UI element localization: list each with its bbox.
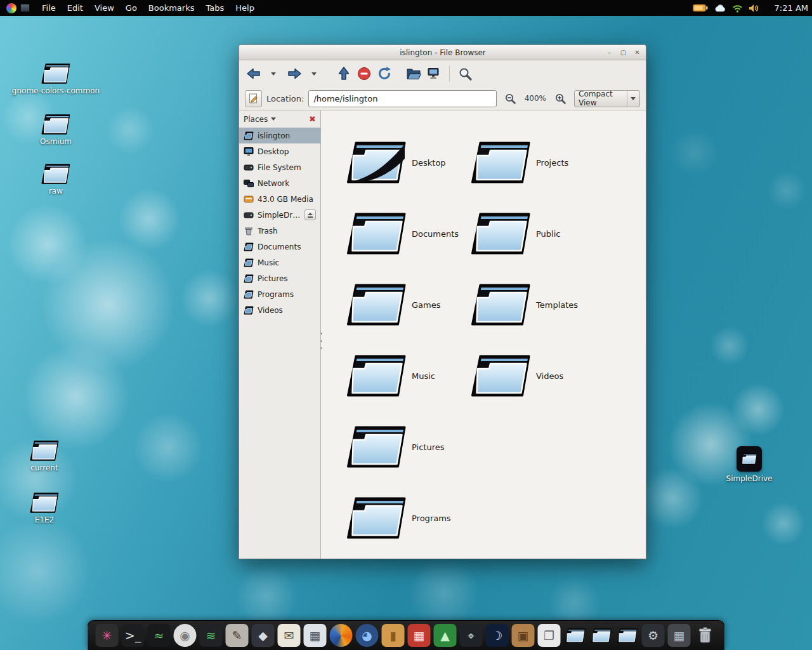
up-button[interactable] [334, 63, 353, 84]
desktop-icon-e1e2[interactable]: E1E2 [0, 488, 92, 524]
menu-go[interactable]: Go [120, 0, 143, 16]
gem-game-icon[interactable]: ▲ [434, 624, 457, 647]
place-network[interactable]: Network [239, 175, 320, 191]
workspace-switcher-icon[interactable]: ▦ [668, 624, 691, 647]
battery-icon[interactable] [693, 4, 708, 12]
zoom-out-button[interactable] [501, 88, 520, 109]
menu-help[interactable]: Help [230, 0, 260, 16]
stop-button[interactable] [355, 63, 374, 84]
place-file-system[interactable]: File System [239, 159, 320, 175]
desktop-icon-current[interactable]: current [0, 435, 92, 472]
eject-button[interactable] [304, 209, 316, 220]
file-games[interactable]: Games [346, 284, 440, 326]
trash-icon[interactable] [694, 624, 717, 647]
place-pictures[interactable]: Pictures [239, 270, 320, 286]
place-simpledrive[interactable]: SimpleDrive [239, 207, 320, 223]
computer-button[interactable] [424, 63, 443, 84]
places-header[interactable]: Places ✖ [239, 110, 320, 128]
documents-reader-icon[interactable]: ❐ [538, 624, 561, 647]
file-programs[interactable]: Programs [346, 497, 451, 539]
wifi-icon[interactable] [732, 4, 743, 13]
terminal-icon[interactable]: >_ [122, 624, 145, 647]
package-manager-icon[interactable]: ▣ [512, 624, 535, 647]
open-folder-button[interactable] [404, 63, 423, 84]
forward-button[interactable] [285, 63, 304, 84]
file-music[interactable]: Music [346, 355, 435, 397]
file-public[interactable]: Public [471, 213, 560, 255]
desktop-icon-raw[interactable]: raw [8, 159, 103, 196]
system-monitor-icon[interactable]: ≈ [148, 624, 171, 647]
place-videos[interactable]: Videos [239, 302, 320, 318]
menu-view[interactable]: View [89, 0, 120, 16]
back-arrow-icon [246, 67, 261, 81]
web-browser-icon[interactable]: ◕ [356, 624, 379, 647]
clock[interactable]: 7:21 AM [775, 3, 808, 13]
media-icon [244, 194, 254, 204]
folder-icon [244, 274, 254, 283]
blocks-game-icon[interactable]: ▦ [408, 624, 431, 647]
toggle-location-entry-button[interactable] [245, 90, 262, 107]
firefox-icon[interactable] [330, 624, 353, 647]
place-islington[interactable]: islington [239, 128, 320, 143]
file-projects[interactable]: Projects [471, 142, 568, 183]
menu-edit[interactable]: Edit [62, 0, 89, 16]
desktop-icon-simpledrive[interactable]: SimpleDrive [702, 446, 797, 483]
place-documents[interactable]: Documents [239, 239, 320, 255]
zoom-in-button[interactable] [551, 88, 570, 109]
dock: ✳>_≈◉≋✎◆✉▦◕▮▦▲⌖☽▣❐ ⚙▦ [88, 620, 725, 650]
file-templates[interactable]: Templates [471, 284, 578, 326]
place-trash[interactable]: Trash [239, 223, 320, 239]
maximize-button[interactable]: ▢ [619, 48, 628, 57]
location-input[interactable] [308, 90, 496, 107]
folder-shortcut-icon[interactable] [590, 624, 613, 647]
desktop-icon-osmium[interactable]: Osmium [8, 109, 103, 146]
menu-bookmarks[interactable]: Bookmarks [143, 0, 200, 16]
menu-tabs[interactable]: Tabs [200, 0, 230, 16]
view-mode-select[interactable]: Compact View [574, 90, 640, 107]
desktop-icon-gnome-colors-common[interactable]: gnome-colors-common [8, 58, 103, 95]
calculator-icon[interactable]: ▦ [304, 624, 327, 647]
close-button[interactable]: ✕ [632, 48, 642, 57]
tools-icon[interactable]: ⚙ [642, 624, 665, 647]
folder-shortcut-icon[interactable] [564, 624, 587, 647]
titlebar[interactable]: islington - File Browser – ▢ ✕ [239, 45, 646, 60]
folder-icon [471, 142, 531, 183]
place-label: Documents [258, 242, 301, 251]
file-label: Music [412, 371, 435, 381]
file-browser-window: islington - File Browser – ▢ ✕ [239, 44, 646, 559]
folder-icon [346, 142, 407, 183]
back-history-dropdown[interactable] [265, 63, 284, 84]
file-pictures[interactable]: Pictures [346, 426, 444, 468]
screenshot-tool-icon[interactable]: ⌖ [460, 624, 483, 647]
reload-button[interactable] [375, 63, 394, 84]
audio-app-icon[interactable]: ≋ [200, 624, 223, 647]
search-button[interactable] [455, 63, 475, 84]
menu-file[interactable]: File [36, 0, 62, 16]
system-tray [693, 4, 766, 13]
equalizer-icon[interactable]: ▮ [382, 624, 405, 647]
file-desktop[interactable]: Desktop [346, 142, 446, 183]
disc-burner-icon[interactable]: ◉ [174, 624, 197, 647]
back-button[interactable] [244, 63, 263, 84]
email-icon[interactable]: ✉ [278, 624, 301, 647]
minimize-button[interactable]: – [605, 48, 614, 57]
file-manager-panel-icon[interactable] [20, 4, 30, 12]
close-sidebar-button[interactable]: ✖ [309, 114, 316, 124]
file-documents[interactable]: Documents [346, 213, 459, 255]
forward-history-dropdown[interactable] [305, 63, 324, 84]
file-videos[interactable]: Videos [471, 355, 563, 397]
graphics-app-icon[interactable]: ✳ [96, 624, 119, 647]
folder-shortcut-icon[interactable] [616, 624, 639, 647]
planetarium-icon[interactable]: ☽ [486, 624, 509, 647]
weather-icon[interactable] [714, 4, 726, 13]
place-43-0-gb-media[interactable]: 43.0 GB Media [239, 191, 320, 207]
place-desktop[interactable]: Desktop [239, 143, 320, 159]
place-programs[interactable]: Programs [239, 286, 320, 302]
place-music[interactable]: Music [239, 255, 320, 270]
file-grid[interactable]: Desktop Documents Games Music Pictures P… [321, 110, 646, 559]
volume-icon[interactable] [749, 4, 759, 13]
gimp-icon[interactable]: ✎ [226, 624, 249, 647]
applications-menu-icon[interactable] [6, 3, 16, 13]
pane-resize-handle[interactable] [319, 333, 323, 349]
inkscape-icon[interactable]: ◆ [252, 624, 275, 647]
